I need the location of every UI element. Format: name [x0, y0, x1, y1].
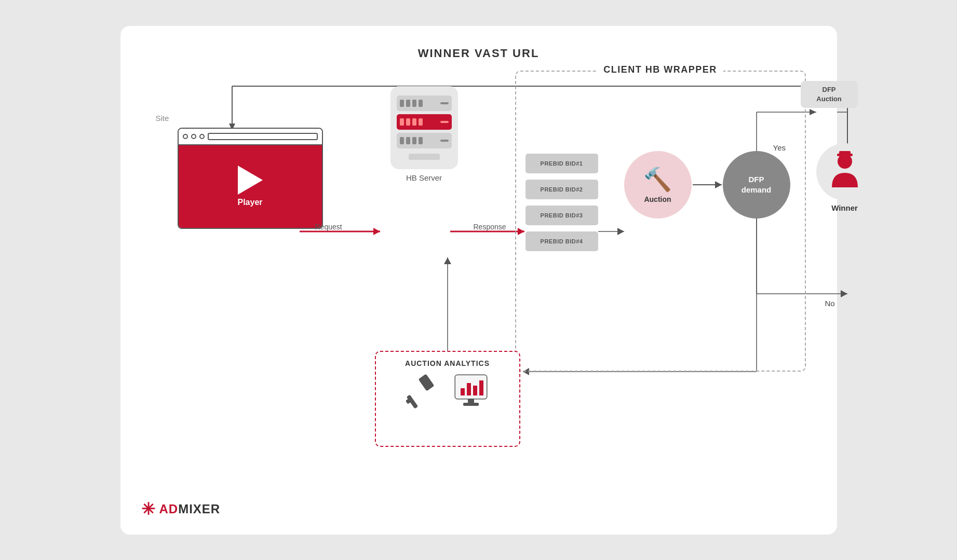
svg-point-26 [838, 154, 852, 169]
server-icon [390, 86, 458, 169]
server-dash-2 [440, 121, 449, 123]
wrapper-label: CLIENT HB WRAPPER [597, 64, 723, 75]
auction-hammer-icon: 🔨 [643, 166, 672, 193]
server-dash-3 [440, 140, 449, 142]
prebid-bid-2: PREBID BID#2 [525, 180, 598, 199]
player-content: Player [179, 145, 322, 228]
svg-marker-12 [810, 109, 816, 115]
server-bar-10 [406, 137, 410, 144]
analytics-hammer-icon [406, 373, 442, 409]
svg-rect-28 [839, 151, 851, 155]
server-bar-1 [400, 100, 404, 107]
analytics-icons [406, 373, 489, 409]
browser-dot-2 [191, 134, 196, 139]
server-stand [409, 154, 440, 160]
server-bar-5 [400, 118, 404, 126]
admixer-logo: ✳ ADMIXER [141, 499, 221, 519]
winner-label: Winner [816, 203, 873, 212]
auction-circle: 🔨 Auction [624, 151, 692, 218]
server-bar-7 [412, 118, 416, 126]
browser-dot-1 [183, 134, 188, 139]
server-dash-1 [440, 102, 449, 104]
server-bar-11 [412, 137, 416, 144]
diagram: Site Player Request [152, 71, 806, 475]
server-bar-6 [406, 118, 410, 126]
server-bar-12 [419, 137, 423, 144]
svg-rect-37 [479, 380, 483, 395]
player-label: Player [237, 198, 262, 207]
response-label: Response [474, 223, 506, 231]
server-bar-4 [419, 100, 423, 107]
prebid-bid-4: PREBID BID#4 [525, 231, 598, 251]
site-label: Site [156, 114, 169, 122]
browser-dot-3 [199, 134, 205, 139]
dfp-auction-box: DFPAuction [801, 81, 858, 108]
svg-marker-23 [444, 257, 451, 264]
winner-person-icon [827, 151, 863, 193]
svg-rect-34 [461, 388, 465, 395]
svg-rect-35 [467, 383, 471, 395]
request-label: Request [315, 223, 342, 231]
prebid-bids-container: PREBID BID#1 PREBID BID#2 PREBID BID#3 P… [525, 154, 598, 251]
server-bar-2 [406, 100, 410, 107]
dfp-demand-text: DFPdemand [742, 174, 772, 195]
svg-marker-18 [841, 290, 847, 297]
server-row-1 [397, 95, 452, 111]
browser-toolbar [179, 129, 322, 145]
browser-address-bar [208, 133, 318, 140]
svg-rect-36 [473, 386, 477, 395]
dfp-demand-circle: DFPdemand [723, 151, 790, 218]
winner-circle [816, 143, 873, 200]
analytics-chart-icon [453, 373, 489, 409]
server-bar-9 [400, 137, 404, 144]
player-browser: Player [178, 128, 323, 229]
admixer-text: ADMIXER [159, 502, 221, 516]
auction-text: Auction [644, 195, 671, 203]
server-bar-8 [419, 118, 423, 126]
main-card: WINNER VAST URL [120, 26, 837, 535]
server-row-3 [397, 133, 452, 148]
server-row-2 [397, 114, 452, 130]
analytics-title: AUCTION ANALYTICS [405, 359, 490, 367]
hb-server-label: HB Server [380, 173, 468, 182]
hb-server-block: HB Server [380, 86, 468, 182]
admixer-star-icon: ✳ [141, 499, 155, 519]
svg-rect-29 [418, 374, 434, 391]
server-bar-3 [412, 100, 416, 107]
prebid-bid-1: PREBID BID#1 [525, 154, 598, 173]
svg-rect-38 [468, 399, 474, 403]
winner-block: Winner [816, 143, 873, 212]
no-label: No [825, 299, 835, 308]
play-icon [238, 166, 263, 195]
winner-vast-url-title: WINNER VAST URL [152, 47, 806, 60]
yes-label: Yes [773, 143, 786, 152]
svg-marker-5 [373, 228, 380, 235]
dfp-auction-inner: DFPAuction [801, 81, 858, 108]
svg-rect-39 [463, 403, 479, 406]
prebid-bid-3: PREBID BID#3 [525, 206, 598, 225]
auction-analytics-box: AUCTION ANALYTICS [375, 351, 520, 447]
